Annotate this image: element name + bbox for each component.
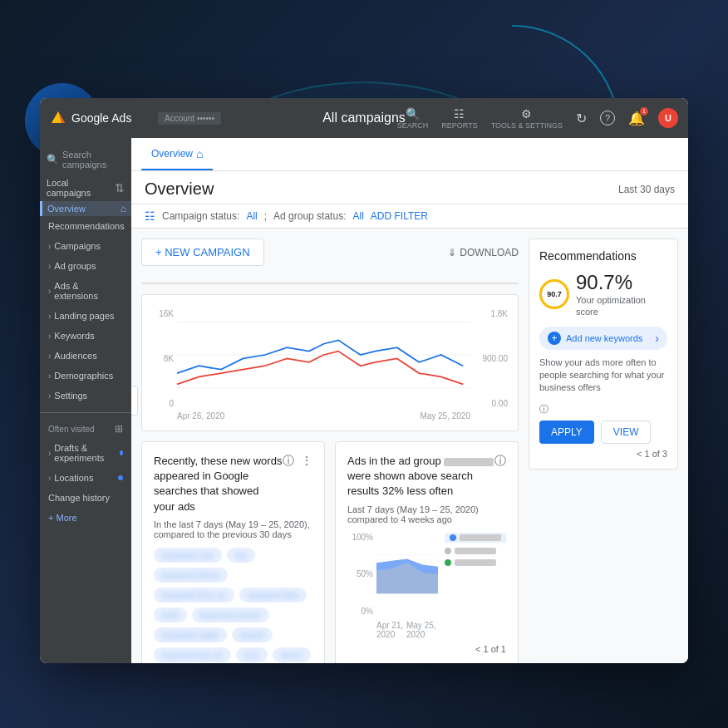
word-pill: kw [227, 548, 254, 563]
new-campaign-button[interactable]: + NEW CAMPAIGN [141, 239, 264, 266]
word-pill: k11 [236, 647, 268, 662]
sidebar-more-button[interactable]: + More [40, 508, 131, 528]
chart-x-labels: Apr 26, 2020 May 25, 2020 [177, 411, 470, 421]
main-area: 🔍 Search campaigns Local campaigns ⇅ Ove… [40, 138, 688, 663]
rec-title: Recommendations [539, 249, 667, 263]
google-ads-logo-icon [50, 110, 66, 126]
sidebar-item-drafts[interactable]: › Drafts & experiments [40, 438, 131, 468]
campaign-status-value[interactable]: All [246, 210, 257, 222]
sidebar-collapse-button[interactable]: ‹ [131, 386, 138, 416]
card-title-1: Recently, these new words appeared in Go… [154, 454, 283, 514]
more-options-icon[interactable]: ⋮ [301, 454, 312, 469]
word-pill: kw6 [154, 607, 187, 622]
sidebar-item-ad-groups[interactable]: › Ad groups [40, 256, 131, 276]
chart-right-labels: 1.8K 900.00 0.00 [470, 305, 508, 421]
sidebar-item-recommendations[interactable]: Recommendations [40, 216, 131, 236]
recommendations-panel: Recommendations 90.7 90.7% Your optimiza… [529, 239, 678, 470]
legend-item-2 [445, 548, 506, 554]
help-circle-icon[interactable]: ⓘ [283, 454, 294, 469]
word-pill: keyword eight [154, 627, 227, 642]
rec-pagination[interactable]: < 1 of 3 [539, 449, 667, 459]
app-logo: Google Ads [50, 110, 150, 126]
rec-description: Show your ads more often to people searc… [539, 357, 667, 395]
sidebar-section-header: Local campaigns [47, 178, 115, 198]
campaign-status-label: Campaign status: [162, 210, 239, 222]
chart-card-body: 100% 50% 0% [347, 533, 506, 639]
sidebar-dot-drafts [120, 450, 123, 455]
home-icon: ⌂ [196, 147, 203, 160]
content-panel: ‹ Overview ⌂ Overview Last 30 days ☷ Cam… [131, 138, 688, 663]
optimization-score: 90.7 90.7% Your optimization score [539, 271, 667, 318]
word-pill: kw12 [273, 647, 311, 662]
impressions-chart-svg [376, 533, 438, 616]
sidebar-item-settings[interactable]: › Settings [40, 386, 131, 406]
sidebar-item-change-history[interactable]: Change history [40, 488, 131, 508]
sub-nav: Overview ⌂ [131, 138, 688, 171]
legend-dot-3 [445, 559, 451, 566]
notifications-button[interactable]: 🔔 1 [628, 111, 645, 126]
bottom-cards: Recently, these new words appeared in Go… [141, 441, 519, 663]
word-cloud: keyword one kw keyword three keyword fou… [154, 548, 312, 663]
chart-container: 16K 8K 0 [141, 294, 519, 431]
apply-button[interactable]: APPLY [539, 421, 594, 444]
often-visited-menu-icon[interactable]: ⊞ [115, 423, 123, 435]
help-circle-icon-2[interactable]: ⓘ [494, 454, 506, 469]
score-percent: 90.7% [576, 271, 667, 294]
stat-conversions: Conversions ▼ 32.3K [236, 283, 330, 284]
word-pill: keyword five [239, 588, 307, 603]
card-header-2: Ads in the ad group were shown above sea… [347, 454, 506, 499]
word-pill: kword [232, 627, 273, 642]
sidebar-item-ads-extensions[interactable]: › Ads & extensions [40, 276, 131, 306]
insight-card-keywords: Recently, these new words appeared in Go… [141, 441, 325, 663]
date-range-label[interactable]: Last 30 days [618, 184, 675, 195]
stats-row: Clicks ▼ 307K Conversions ▼ 32.3K [141, 283, 519, 284]
reload-button[interactable]: ↻ [576, 111, 587, 126]
stat-cost: Cost ⋮ $477K [425, 283, 518, 284]
sidebar-item-landing-pages[interactable]: › Landing pages [40, 306, 131, 326]
sidebar: 🔍 Search campaigns Local campaigns ⇅ Ove… [40, 138, 131, 663]
rec-item-arrow[interactable]: › [655, 332, 659, 345]
help-button[interactable]: ? [600, 111, 615, 125]
legend-item-1 [445, 533, 506, 543]
legend-dot-1 [450, 534, 456, 541]
sidebar-often-visited: Often visited ⊞ [40, 420, 131, 438]
account-selector[interactable]: Account •••••• [158, 112, 221, 125]
tools-topbar-button[interactable]: ⚙ TOOLS & SETTINGS [491, 107, 563, 130]
view-button[interactable]: VIEW [601, 421, 652, 444]
recommendations-column: Recommendations 90.7 90.7% Your optimiza… [529, 239, 678, 653]
chart-card-x-labels: Apr 21, 2020 May 25, 2020 [376, 621, 438, 639]
sidebar-item-keywords[interactable]: › Keywords [40, 326, 131, 346]
user-avatar[interactable]: U [658, 108, 678, 128]
download-icon: ⇓ [448, 247, 456, 258]
filter-bar: ☷ Campaign status: All ; Ad group status… [131, 204, 688, 229]
sidebar-item-demographics[interactable]: › Demographics [40, 366, 131, 386]
score-label: Your optimization score [576, 294, 667, 318]
insight-card-impressions: Ads in the ad group were shown above sea… [335, 441, 519, 663]
score-circle: 90.7 [539, 279, 569, 309]
sidebar-item-campaigns[interactable]: › Campaigns [40, 236, 131, 256]
card-header-1: Recently, these new words appeared in Go… [154, 454, 312, 514]
topbar: Google Ads Account •••••• All campaigns … [40, 98, 688, 138]
subnav-tab-overview[interactable]: Overview ⌂ [141, 138, 213, 170]
chart-legend [438, 533, 506, 639]
filter-icon: ☷ [145, 209, 155, 223]
plus-icon: + [548, 332, 561, 345]
rec-add-keywords[interactable]: + Add new keywords › [539, 327, 667, 350]
content-left: + NEW CAMPAIGN ⇓ DOWNLOAD Clicks ▼ 307K [141, 239, 519, 653]
sidebar-item-locations[interactable]: › Locations [40, 468, 131, 488]
sidebar-item-overview[interactable]: Overview ⌂ [40, 201, 131, 216]
download-button[interactable]: ⇓ DOWNLOAD [448, 247, 519, 258]
page-header: Overview Last 30 days [131, 171, 688, 204]
ad-group-label: Ad group status: [273, 210, 346, 222]
ad-group-value[interactable]: All [352, 210, 363, 222]
sidebar-sort-icon[interactable]: ⇅ [115, 181, 125, 194]
add-filter-button[interactable]: ADD FILTER [371, 210, 428, 222]
sidebar-item-audiences[interactable]: › Audiences [40, 346, 131, 366]
rec-help-text: ⓘ [539, 403, 667, 416]
word-pill: keyword three [154, 568, 228, 583]
blurred-account-name [444, 458, 494, 466]
rec-buttons: APPLY VIEW [539, 421, 667, 444]
card-pagination-2[interactable]: < 1 of 1 [347, 644, 506, 654]
stat-cost-conv: Cost / conv. $14.78 [331, 283, 425, 284]
reports-topbar-button[interactable]: ☷ REPORTS [441, 107, 477, 130]
